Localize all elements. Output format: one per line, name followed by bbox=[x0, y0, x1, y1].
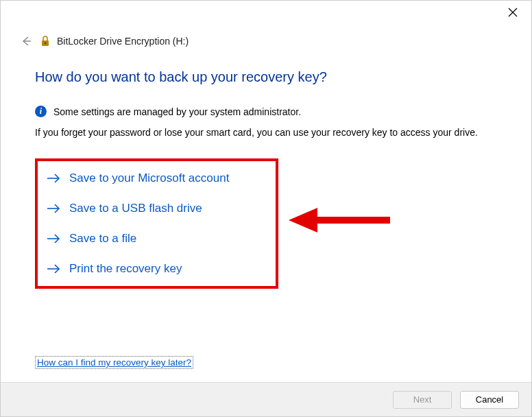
option-label: Save to a USB flash drive bbox=[69, 202, 202, 215]
arrow-right-icon bbox=[46, 261, 61, 276]
option-label: Save to a file bbox=[69, 232, 136, 246]
admin-info-text: Some settings are managed by your system… bbox=[53, 106, 301, 117]
option-print-key[interactable]: Print the recovery key bbox=[46, 261, 262, 276]
bitlocker-icon bbox=[39, 35, 51, 47]
wizard-title: BitLocker Drive Encryption (H:) bbox=[57, 36, 189, 47]
svg-point-4 bbox=[45, 43, 47, 45]
arrow-right-icon bbox=[46, 201, 61, 216]
description-text: If you forget your password or lose your… bbox=[35, 127, 497, 138]
option-save-usb[interactable]: Save to a USB flash drive bbox=[46, 201, 262, 216]
wizard-footer: Next Cancel bbox=[1, 382, 531, 416]
info-icon: i bbox=[35, 106, 47, 117]
close-icon[interactable] bbox=[508, 8, 518, 17]
help-link[interactable]: How can I find my recovery key later? bbox=[35, 356, 193, 369]
page-heading: How do you want to back up your recovery… bbox=[35, 69, 497, 85]
arrow-right-icon bbox=[46, 231, 61, 246]
back-icon[interactable] bbox=[20, 35, 32, 47]
wizard-header: BitLocker Drive Encryption (H:) bbox=[20, 35, 512, 47]
arrow-right-icon bbox=[46, 171, 61, 186]
option-label: Save to your Microsoft account bbox=[69, 171, 229, 185]
next-button: Next bbox=[393, 391, 452, 409]
cancel-button[interactable]: Cancel bbox=[460, 391, 519, 409]
option-save-microsoft-account[interactable]: Save to your Microsoft account bbox=[46, 171, 262, 186]
backup-options-box: Save to your Microsoft account Save to a… bbox=[35, 158, 278, 289]
admin-info-row: i Some settings are managed by your syst… bbox=[35, 106, 497, 117]
option-save-file[interactable]: Save to a file bbox=[46, 231, 262, 246]
option-label: Print the recovery key bbox=[69, 262, 182, 276]
